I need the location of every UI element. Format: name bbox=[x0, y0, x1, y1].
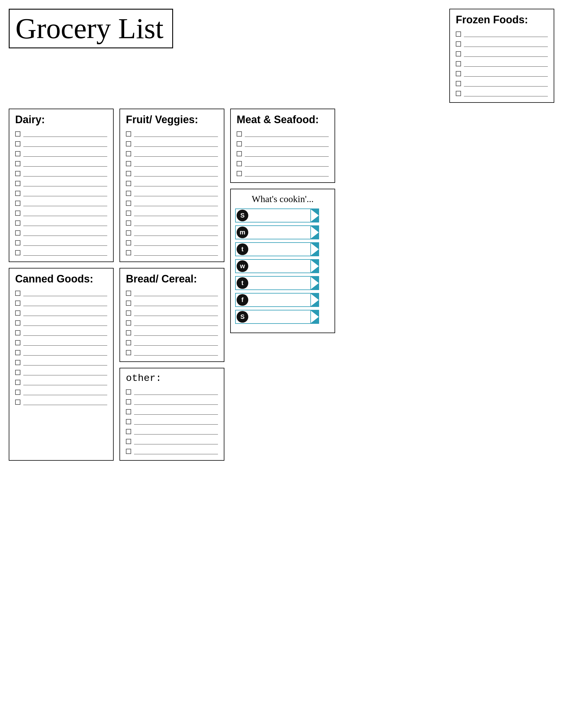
bread-cereal-list bbox=[126, 290, 218, 356]
item-line bbox=[134, 448, 218, 454]
list-item bbox=[15, 389, 107, 395]
checkbox[interactable] bbox=[15, 230, 20, 236]
checkbox[interactable] bbox=[126, 131, 131, 137]
meat-seafood-title: Meat & Seafood: bbox=[236, 114, 329, 126]
checkbox[interactable] bbox=[15, 220, 20, 226]
checkbox[interactable] bbox=[15, 291, 20, 296]
list-item bbox=[456, 91, 548, 96]
checkbox[interactable] bbox=[456, 71, 461, 76]
list-item bbox=[456, 31, 548, 37]
checkbox[interactable] bbox=[126, 429, 131, 434]
list-item bbox=[126, 399, 218, 405]
checkbox[interactable] bbox=[236, 161, 242, 166]
checkbox[interactable] bbox=[126, 340, 131, 345]
checkbox[interactable] bbox=[126, 350, 131, 355]
checkbox[interactable] bbox=[126, 201, 131, 206]
checkbox[interactable] bbox=[15, 141, 20, 146]
checkbox[interactable] bbox=[15, 350, 20, 355]
checkbox[interactable] bbox=[126, 330, 131, 335]
checkbox[interactable] bbox=[126, 250, 131, 255]
list-item bbox=[236, 131, 329, 137]
day-circle-t1: t bbox=[236, 243, 248, 255]
checkbox[interactable] bbox=[126, 301, 131, 306]
meat-seafood-section: Meat & Seafood: bbox=[230, 109, 335, 183]
item-line bbox=[134, 230, 218, 236]
checkbox[interactable] bbox=[126, 211, 131, 216]
checkbox[interactable] bbox=[15, 370, 20, 375]
fruit-veggies-title: Fruit/ Veggies: bbox=[126, 114, 218, 126]
checkbox[interactable] bbox=[15, 301, 20, 306]
item-line bbox=[464, 91, 548, 96]
list-item bbox=[15, 350, 107, 356]
checkbox[interactable] bbox=[126, 220, 131, 226]
day-circle-s1: S bbox=[236, 210, 248, 221]
checkbox[interactable] bbox=[15, 360, 20, 365]
checkbox[interactable] bbox=[15, 400, 20, 405]
header-area: Grocery List Frozen Foods: bbox=[9, 9, 554, 103]
checkbox[interactable] bbox=[15, 380, 20, 385]
checkbox[interactable] bbox=[15, 191, 20, 196]
checkbox[interactable] bbox=[126, 171, 131, 176]
day-row-saturday: S bbox=[235, 310, 330, 324]
checkbox[interactable] bbox=[126, 291, 131, 296]
item-line bbox=[23, 310, 107, 316]
checkbox[interactable] bbox=[15, 151, 20, 156]
item-line bbox=[245, 131, 329, 137]
checkbox[interactable] bbox=[236, 171, 242, 176]
checkbox[interactable] bbox=[126, 320, 131, 326]
checkbox[interactable] bbox=[126, 389, 131, 395]
list-item bbox=[15, 171, 107, 176]
checkbox[interactable] bbox=[15, 181, 20, 186]
list-item bbox=[15, 290, 107, 296]
checkbox[interactable] bbox=[15, 340, 20, 345]
list-item bbox=[126, 290, 218, 296]
checkbox[interactable] bbox=[15, 171, 20, 176]
checkbox[interactable] bbox=[236, 131, 242, 137]
checkbox[interactable] bbox=[456, 31, 461, 37]
item-line bbox=[23, 240, 107, 246]
checkbox[interactable] bbox=[15, 310, 20, 316]
checkbox[interactable] bbox=[15, 330, 20, 335]
checkbox[interactable] bbox=[456, 91, 461, 96]
checkbox[interactable] bbox=[15, 320, 20, 326]
checkbox[interactable] bbox=[126, 181, 131, 186]
checkbox[interactable] bbox=[126, 399, 131, 404]
list-item bbox=[126, 131, 218, 137]
checkbox[interactable] bbox=[126, 191, 131, 196]
list-item bbox=[126, 210, 218, 216]
item-line bbox=[464, 41, 548, 47]
arrow-sunday1: S bbox=[235, 208, 323, 222]
checkbox[interactable] bbox=[15, 250, 20, 255]
frozen-foods-title: Frozen Foods: bbox=[456, 14, 548, 26]
checkbox[interactable] bbox=[15, 201, 20, 206]
checkbox[interactable] bbox=[126, 439, 131, 444]
checkbox[interactable] bbox=[126, 310, 131, 316]
checkbox[interactable] bbox=[15, 131, 20, 137]
list-item bbox=[15, 151, 107, 157]
checkbox[interactable] bbox=[126, 409, 131, 414]
checkbox[interactable] bbox=[15, 240, 20, 245]
checkbox[interactable] bbox=[456, 61, 461, 66]
checkbox[interactable] bbox=[236, 141, 242, 146]
meat-seafood-list bbox=[236, 131, 329, 176]
checkbox[interactable] bbox=[126, 230, 131, 236]
checkbox[interactable] bbox=[236, 151, 242, 156]
checkbox[interactable] bbox=[126, 240, 131, 245]
checkbox[interactable] bbox=[15, 390, 20, 395]
top-sections: Dairy: bbox=[9, 109, 224, 262]
checkbox[interactable] bbox=[126, 151, 131, 156]
item-line bbox=[134, 300, 218, 306]
item-line bbox=[464, 61, 548, 67]
checkbox[interactable] bbox=[126, 141, 131, 146]
item-line bbox=[134, 439, 218, 444]
checkbox[interactable] bbox=[456, 41, 461, 47]
checkbox[interactable] bbox=[126, 449, 131, 454]
checkbox[interactable] bbox=[456, 81, 461, 86]
checkbox[interactable] bbox=[15, 161, 20, 166]
item-line bbox=[134, 320, 218, 326]
checkbox[interactable] bbox=[126, 161, 131, 166]
other-title: other: bbox=[126, 373, 218, 384]
checkbox[interactable] bbox=[126, 419, 131, 424]
checkbox[interactable] bbox=[456, 51, 461, 56]
checkbox[interactable] bbox=[15, 211, 20, 216]
